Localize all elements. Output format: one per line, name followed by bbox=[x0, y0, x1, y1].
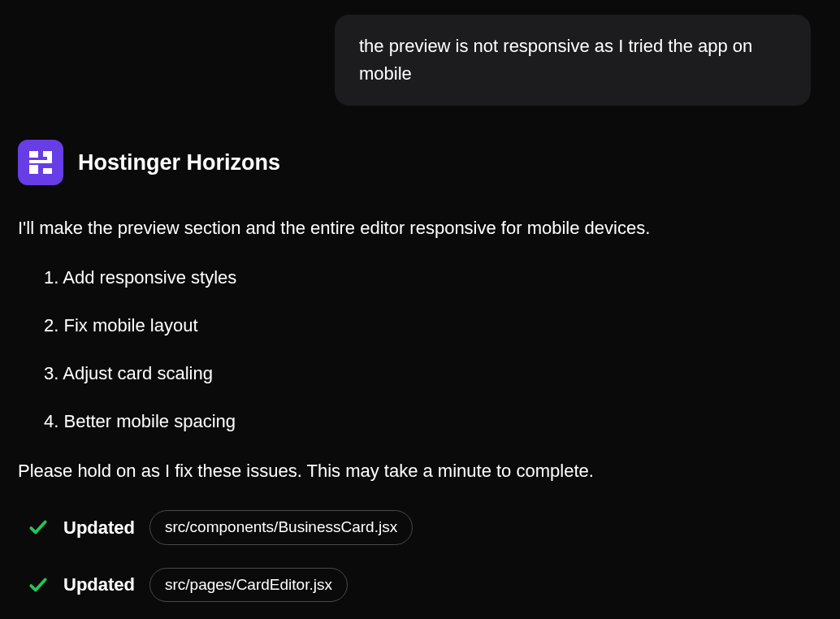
file-pill[interactable]: src/components/BusinessCard.jsx bbox=[149, 510, 413, 545]
check-icon bbox=[28, 517, 49, 538]
svg-marker-6 bbox=[43, 168, 52, 174]
check-icon bbox=[28, 574, 49, 595]
file-path: src/components/BusinessCard.jsx bbox=[165, 518, 397, 535]
hostinger-logo-icon bbox=[18, 140, 63, 185]
task-item: Better mobile spacing bbox=[44, 408, 822, 435]
file-path: src/pages/CardEditor.jsx bbox=[165, 576, 332, 593]
update-row: Updated src/pages/CardEditor.jsx bbox=[28, 568, 822, 603]
update-status-label: Updated bbox=[63, 571, 135, 598]
update-row: Updated src/components/BusinessCard.jsx bbox=[28, 510, 822, 545]
svg-marker-3 bbox=[29, 151, 38, 157]
task-item: Add responsive styles bbox=[44, 264, 822, 291]
update-status-label: Updated bbox=[63, 514, 135, 541]
file-pill[interactable]: src/pages/CardEditor.jsx bbox=[149, 568, 348, 603]
user-message: the preview is not responsive as I tried… bbox=[335, 15, 811, 106]
task-list: Add responsive styles Fix mobile layout … bbox=[44, 264, 822, 435]
assistant-body: I'll make the preview section and the en… bbox=[18, 214, 822, 602]
assistant-intro-text: I'll make the preview section and the en… bbox=[18, 214, 822, 241]
assistant-header: Hostinger Horizons bbox=[18, 140, 822, 185]
user-message-text: the preview is not responsive as I tried… bbox=[359, 36, 752, 84]
task-item: Fix mobile layout bbox=[44, 312, 822, 339]
wait-text: Please hold on as I fix these issues. Th… bbox=[18, 457, 822, 484]
assistant-name: Hostinger Horizons bbox=[78, 150, 280, 175]
task-item: Adjust card scaling bbox=[44, 360, 822, 387]
